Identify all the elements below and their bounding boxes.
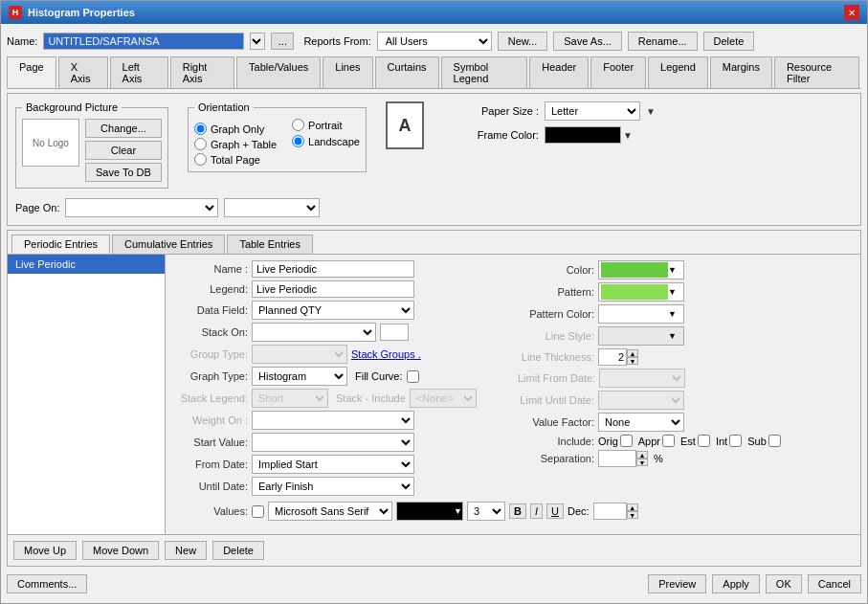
- dots-button[interactable]: ...: [271, 33, 294, 50]
- sub-checkbox[interactable]: [768, 435, 781, 447]
- tab-right-axis[interactable]: Right Axis: [170, 56, 234, 88]
- limit-until-date-select[interactable]: [598, 391, 684, 410]
- tab-cumulative-entries[interactable]: Cumulative Entries: [112, 235, 225, 254]
- list-item-live-periodic[interactable]: Live Periodic: [8, 255, 165, 274]
- histogram-properties-window: H Histogram Properties ✕ Name: ... Repor…: [0, 0, 868, 604]
- data-field-select[interactable]: Planned QTY: [252, 301, 414, 320]
- move-down-button[interactable]: Move Down: [82, 541, 159, 560]
- reports-dropdown[interactable]: All Users: [377, 32, 492, 51]
- change-button[interactable]: Change...: [85, 119, 162, 138]
- orig-checkbox[interactable]: [620, 435, 633, 447]
- portrait-radio[interactable]: Portrait: [292, 119, 342, 131]
- stack-on-select[interactable]: [252, 323, 376, 342]
- dec-input[interactable]: [593, 503, 627, 520]
- apply-button[interactable]: Apply: [712, 574, 760, 593]
- tab-lines[interactable]: Lines: [323, 56, 372, 88]
- color-control[interactable]: ▼: [598, 260, 684, 280]
- name-input-detail[interactable]: [252, 260, 414, 278]
- total-page-radio[interactable]: Total Page: [194, 153, 277, 166]
- tab-footer[interactable]: Footer: [590, 56, 646, 88]
- tab-periodic-entries[interactable]: Periodic Entries: [11, 235, 110, 254]
- dec-up[interactable]: ▲: [627, 503, 638, 511]
- tab-table-values[interactable]: Table/Values: [236, 56, 321, 88]
- from-date-select[interactable]: Implied Start: [252, 455, 414, 474]
- name-dropdown[interactable]: [250, 33, 265, 50]
- font-name-select[interactable]: Microsoft Sans Serif: [268, 502, 392, 521]
- start-value-select[interactable]: [252, 433, 414, 452]
- landscape-radio[interactable]: Landscape: [292, 135, 360, 147]
- move-up-button[interactable]: Move Up: [13, 541, 77, 560]
- bold-button[interactable]: B: [509, 503, 526, 519]
- tab-table-entries[interactable]: Table Entries: [227, 235, 313, 254]
- value-factor-select[interactable]: None: [598, 413, 684, 432]
- pattern-color-control[interactable]: ▼: [598, 304, 684, 324]
- group-type-select[interactable]: [252, 345, 347, 364]
- delete-entry-button[interactable]: Delete: [212, 541, 264, 560]
- save-as-button[interactable]: Save As...: [553, 32, 622, 51]
- titlebar-left: H Histogram Properties: [9, 6, 135, 19]
- est-checkbox[interactable]: [698, 435, 710, 447]
- appr-checkbox[interactable]: [662, 435, 675, 447]
- stack-groups-link[interactable]: Stack Groups .: [351, 348, 421, 360]
- values-checkbox[interactable]: [252, 505, 264, 518]
- tab-page[interactable]: Page: [7, 56, 56, 88]
- italic-button[interactable]: I: [530, 503, 543, 519]
- paper-size-select[interactable]: Letter: [545, 101, 640, 121]
- left-col: Name : Legend: Data Field:: [171, 260, 508, 496]
- save-to-db-button[interactable]: Save To DB: [85, 163, 162, 182]
- underline-button[interactable]: U: [546, 503, 564, 519]
- stack-legend-select[interactable]: Short: [252, 389, 328, 408]
- new-entry-button[interactable]: New: [165, 541, 207, 560]
- clear-button[interactable]: Clear: [85, 141, 162, 160]
- graph-type-select[interactable]: Histogram: [252, 367, 347, 386]
- page-row1: Background Picture No Logo Change... Cle…: [15, 101, 853, 189]
- page-on-select-2[interactable]: [224, 198, 320, 217]
- entry-details: Name : Legend: Data Field:: [166, 255, 860, 534]
- value-factor-row: Value Factor: None: [518, 413, 855, 432]
- bg-buttons: Change... Clear Save To DB: [85, 119, 162, 182]
- tab-left-axis[interactable]: Left Axis: [110, 56, 168, 88]
- spin-down[interactable]: ▼: [627, 357, 638, 365]
- graph-only-radio[interactable]: Graph Only: [194, 123, 277, 135]
- rename-button[interactable]: Rename...: [628, 32, 698, 51]
- close-button[interactable]: ✕: [844, 5, 859, 20]
- weight-on-select[interactable]: [252, 411, 414, 430]
- fill-curve-checkbox[interactable]: [407, 370, 419, 383]
- preview-button[interactable]: Preview: [648, 574, 706, 593]
- delete-top-button[interactable]: Delete: [703, 32, 755, 51]
- font-size-select[interactable]: 3: [467, 502, 505, 521]
- separation-up[interactable]: ▲: [636, 451, 648, 459]
- frame-color-swatch[interactable]: [545, 126, 621, 144]
- page-on-select-1[interactable]: [65, 198, 218, 217]
- name-input[interactable]: [43, 33, 244, 50]
- tab-header[interactable]: Header: [529, 56, 589, 88]
- separation-down[interactable]: ▼: [636, 459, 648, 466]
- cancel-button[interactable]: Cancel: [808, 574, 861, 593]
- graph-table-radio[interactable]: Graph + Table: [194, 138, 277, 150]
- limit-from-date-select[interactable]: [599, 369, 685, 388]
- legend-input[interactable]: [252, 280, 414, 298]
- pattern-control[interactable]: ▼: [598, 282, 684, 302]
- ok-button[interactable]: OK: [766, 574, 802, 593]
- tab-curtains[interactable]: Curtains: [375, 56, 439, 88]
- stack-on-input[interactable]: [380, 324, 409, 341]
- font-color-control[interactable]: ▼: [396, 502, 463, 521]
- tab-xaxis[interactable]: X Axis: [58, 56, 108, 88]
- tab-resource-filter[interactable]: Resource Filter: [774, 56, 859, 88]
- spin-up[interactable]: ▲: [627, 349, 638, 357]
- tab-legend[interactable]: Legend: [648, 56, 708, 88]
- line-thickness-input[interactable]: [598, 348, 627, 366]
- new-button[interactable]: New...: [498, 32, 548, 51]
- stack-include-select[interactable]: <None>: [410, 389, 477, 408]
- separation-input[interactable]: [598, 450, 636, 467]
- stack-on-label: Stack On:: [171, 326, 248, 338]
- until-date-select[interactable]: Early Finish: [252, 477, 414, 496]
- tab-symbol-legend[interactable]: Symbol Legend: [441, 56, 528, 88]
- frame-color-row: Frame Color: ▼: [462, 126, 656, 144]
- percent-label: %: [654, 453, 663, 464]
- int-checkbox[interactable]: [729, 435, 742, 447]
- tab-margins[interactable]: Margins: [710, 56, 772, 88]
- pattern-color-row: Pattern Color: ▼: [518, 304, 855, 324]
- comments-button[interactable]: Comments...: [7, 574, 87, 593]
- dec-down[interactable]: ▼: [627, 511, 638, 519]
